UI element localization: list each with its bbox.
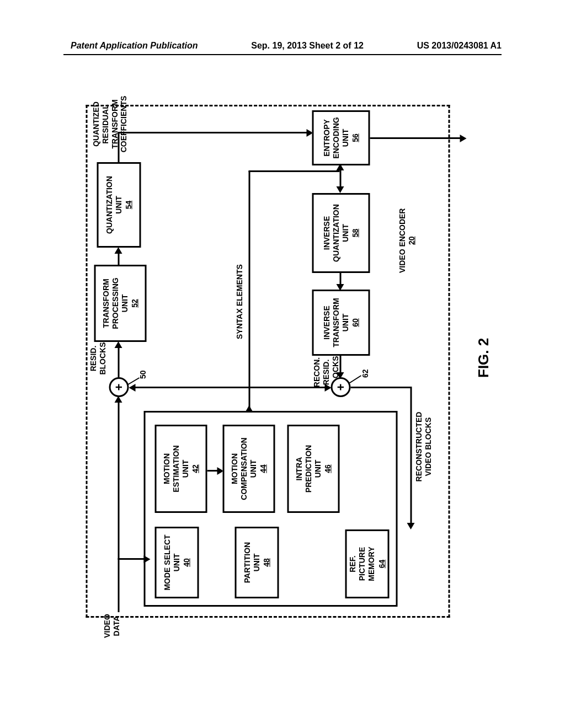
line <box>248 387 326 388</box>
block-num: 42 <box>190 464 200 473</box>
header-right: US 2013/0243081 A1 <box>417 41 502 51</box>
block-text: UNIT <box>172 554 181 572</box>
block-text: UNIT <box>252 554 261 572</box>
arrow-input <box>118 403 119 612</box>
line <box>248 170 339 172</box>
block-text: UNIT <box>313 460 322 478</box>
line <box>370 137 461 139</box>
block-text: MODE SELECT <box>162 534 172 590</box>
block-num: 40 <box>182 558 191 567</box>
block-text: PICTURE <box>357 547 366 581</box>
block-text: PARTITION <box>242 542 252 583</box>
header-center: Sep. 19, 2013 Sheet 2 of 12 <box>251 41 364 51</box>
label-quantized: QUANTIZED RESIDUAL TRANSFORM COEFFICIENT… <box>91 91 128 157</box>
line <box>339 356 341 373</box>
arrow-head <box>336 186 344 193</box>
diagram-rotated: VIDEO DATA MODE SELECT UNIT 40 MOTION ES… <box>63 85 502 637</box>
line <box>118 558 145 560</box>
block-text: INVERSE <box>322 306 331 339</box>
page-header: Patent Application Publication Sep. 19, … <box>0 41 565 51</box>
block-text: COMPENSATION <box>239 437 248 500</box>
block-text: UNIT <box>340 314 350 332</box>
arrow-head <box>407 523 414 529</box>
svg-line-1 <box>349 376 361 383</box>
line <box>134 387 250 388</box>
summer-50: + <box>109 377 129 397</box>
block-text: TRANSFORM <box>101 279 110 328</box>
mode-select-unit-block: MODE SELECT UNIT 40 <box>154 527 199 598</box>
block-text: UNIT <box>340 129 350 147</box>
line <box>118 132 119 162</box>
block-text: VIDEO ENCODER <box>397 208 406 273</box>
block-text: ESTIMATION <box>171 445 180 492</box>
summer-62: + <box>331 377 350 397</box>
partition-unit-block: PARTITION UNIT 48 <box>234 527 279 598</box>
block-num: 54 <box>124 201 133 210</box>
block-num: 44 <box>258 464 268 473</box>
line <box>118 347 119 377</box>
block-text: PROCESSING <box>110 277 120 329</box>
diagram-area: VIDEO DATA MODE SELECT UNIT 40 MOTION ES… <box>63 85 502 637</box>
line <box>118 253 119 265</box>
label-syntax-elements: SYNTAX ELEMENTS <box>234 264 244 339</box>
block-text: MOTION <box>230 453 239 484</box>
motion-compensation-unit-block: MOTION COMPENSATION UNIT 44 <box>222 425 275 513</box>
entropy-encoding-unit-block: ENTROPY ENCODING UNIT 56 <box>312 110 370 165</box>
label-resid-blocks: RESID. BLOCKS <box>88 336 107 381</box>
block-text: UNIT <box>180 460 190 478</box>
header-left: Patent Application Publication <box>71 41 198 51</box>
block-text: ENTROPY <box>322 119 331 157</box>
label-50: 50 <box>138 370 147 379</box>
ref-picture-memory-block: REF. PICTURE MEMORY 64 <box>345 529 389 598</box>
block-num: 52 <box>130 299 139 308</box>
line <box>339 273 341 285</box>
inverse-transform-unit-block: INVERSE TRANSFORM UNIT 60 <box>312 290 370 356</box>
label-62: 62 <box>360 369 370 378</box>
block-text: UNIT <box>114 196 123 214</box>
inverse-quantization-unit-block: INVERSE QUANTIZATION UNIT 58 <box>312 193 370 273</box>
block-text: REF. <box>348 555 357 572</box>
label-video-encoder: VIDEO ENCODER 20 <box>397 208 416 273</box>
quantization-unit-block: QUANTIZATION UNIT 54 <box>97 162 141 248</box>
arrow-head <box>129 384 135 392</box>
intra-prediction-unit-block: INTRA PREDICTION UNIT 46 <box>287 425 339 513</box>
block-text: ENCODING <box>331 117 340 158</box>
block-num: 46 <box>323 464 332 473</box>
block-text: MEMORY <box>366 547 376 581</box>
line <box>410 387 412 524</box>
motion-estimation-unit-block: MOTION ESTIMATION UNIT 42 <box>154 425 207 513</box>
figure-caption: FIG. 2 <box>475 338 492 378</box>
block-num: 60 <box>350 318 360 327</box>
block-num: 20 <box>407 236 415 245</box>
line <box>207 470 218 472</box>
block-text: MOTION <box>162 453 171 484</box>
header-divider <box>63 54 502 55</box>
line <box>248 171 250 394</box>
label-video-data: VIDEO DATA <box>102 609 121 643</box>
arrow-head <box>460 135 466 142</box>
block-num: 64 <box>377 560 386 569</box>
block-text: UNIT <box>248 460 258 478</box>
transform-processing-unit-block: TRANSFORM PROCESSING UNIT 52 <box>94 265 146 342</box>
block-text: PREDICTION <box>303 445 313 493</box>
line <box>350 387 411 388</box>
arrow-head <box>245 405 253 412</box>
block-num: 58 <box>350 229 360 238</box>
arrow-head <box>324 384 331 392</box>
block-text: TRANSFORM <box>331 298 340 347</box>
block-text: QUANTIZATION <box>104 176 114 234</box>
block-text: UNIT <box>340 224 350 242</box>
arrow-head <box>114 247 122 254</box>
line <box>118 132 308 133</box>
block-text: UNIT <box>120 295 129 313</box>
block-text: INTRA <box>294 457 303 481</box>
block-num: 56 <box>350 133 360 142</box>
label-reconstructed: RECONSTRUCTED VIDEO BLOCKS <box>414 397 433 496</box>
block-text: QUANTIZATION <box>331 204 340 262</box>
arrow-head <box>114 341 122 348</box>
block-text: INVERSE <box>322 216 331 250</box>
block-num: 48 <box>262 558 271 567</box>
arrow-head <box>336 164 344 170</box>
